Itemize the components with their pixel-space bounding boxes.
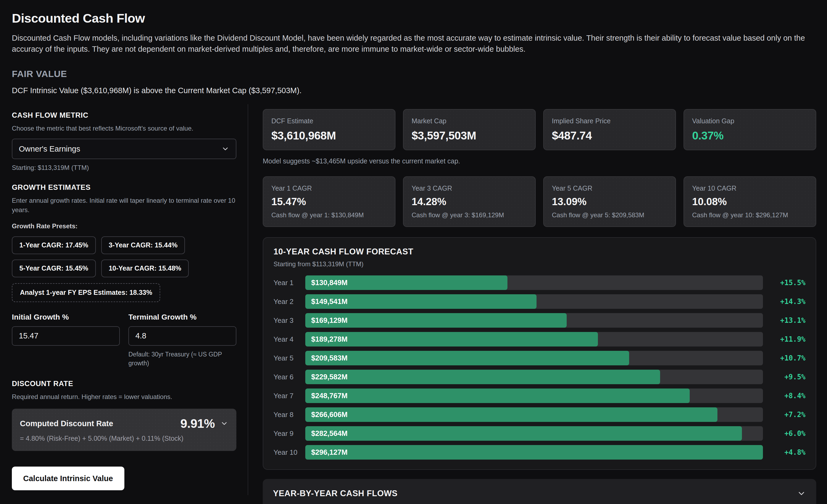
summary-stat-card: Valuation Gap0.37% (683, 109, 816, 150)
stat-card-label: DCF Estimate (271, 117, 387, 125)
bar-fill: $296,127M (305, 445, 763, 460)
bar-row: Year 7$248,767M+8.4% (274, 389, 806, 403)
calculate-intrinsic-value-button[interactable]: Calculate Intrinsic Value (12, 466, 125, 490)
upside-note: Model suggests ~$13,465M upside versus t… (263, 157, 816, 165)
bar-value-label: $169,129M (305, 316, 347, 325)
bar-track: $248,767M (305, 389, 763, 403)
cagr-card-value: 13.09% (552, 196, 667, 208)
summary-cards-row: DCF Estimate$3,610,968MMarket Cap$3,597,… (263, 109, 816, 150)
fair-value-heading: FAIR VALUE (12, 69, 816, 79)
bar-growth-label: +7.2% (763, 411, 806, 419)
page-header: Discounted Cash Flow Discounted Cash Flo… (12, 11, 816, 95)
bar-category-label: Year 2 (274, 298, 305, 306)
terminal-growth-group: Terminal Growth % Default: 30yr Treasury… (129, 313, 236, 368)
cash-flow-metric-description: Choose the metric that best reflects Mic… (12, 124, 236, 133)
bar-value-label: $229,582M (305, 373, 347, 381)
analyst-eps-preset-button[interactable]: Analyst 1-year FY EPS Estimates: 18.33% (12, 283, 160, 302)
bar-track: $169,129M (305, 313, 763, 327)
computed-discount-rate-card[interactable]: Computed Discount Rate 9.91% = 4.80% (Ri… (12, 409, 236, 451)
bar-category-label: Year 1 (274, 279, 305, 287)
bar-value-label: $266,606M (305, 411, 347, 419)
forecast-subtitle: Starting from $113,319M (TTM) (274, 260, 806, 268)
bar-category-label: Year 4 (274, 335, 305, 344)
cagr-card-value: 15.47% (271, 196, 387, 208)
growth-preset-button[interactable]: 10-Year CAGR: 15.48% (101, 259, 189, 277)
bar-growth-label: +8.4% (763, 392, 806, 400)
stat-card-value: $487.74 (552, 129, 667, 142)
cagr-card-detail: Cash flow @ year 5: $209,583M (552, 211, 667, 219)
growth-preset-button[interactable]: 5-Year CAGR: 15.45% (12, 259, 96, 277)
model-inputs-sidebar: CASH FLOW METRIC Choose the metric that … (12, 104, 248, 495)
cagr-card-label: Year 5 CAGR (552, 185, 667, 192)
year-by-year-heading: YEAR-BY-YEAR CASH FLOWS (273, 489, 398, 498)
bar-value-label: $209,583M (305, 354, 347, 362)
cash-flow-forecast-panel: 10-YEAR CASH FLOW FORECAST Starting from… (263, 237, 816, 470)
discount-rate-formula: = 4.80% (Risk-Free) + 5.00% (Market) + 0… (20, 435, 228, 442)
bar-value-label: $149,541M (305, 298, 347, 306)
bar-row: Year 6$229,582M+9.5% (274, 370, 806, 384)
bar-category-label: Year 3 (274, 316, 305, 325)
summary-stat-card: DCF Estimate$3,610,968M (263, 109, 395, 150)
bar-row: Year 9$282,564M+6.0% (274, 426, 806, 441)
year-by-year-toggle[interactable]: YEAR-BY-YEAR CASH FLOWS (263, 479, 816, 504)
cash-flow-metric-selected-value: Owner's Earnings (19, 145, 80, 153)
fair-value-summary: DCF Intrinsic Value ($3,610,968M) is abo… (12, 86, 816, 95)
cagr-card-label: Year 10 CAGR (692, 185, 808, 192)
bar-fill: $266,606M (305, 407, 718, 422)
summary-stat-card: Market Cap$3,597,503M (403, 109, 536, 150)
bar-category-label: Year 5 (274, 354, 305, 362)
cagr-stat-card: Year 3 CAGR14.28%Cash flow @ year 3: $16… (403, 177, 536, 227)
bar-growth-label: +13.1% (763, 316, 806, 324)
bar-row: Year 8$266,606M+7.2% (274, 407, 806, 422)
growth-estimates-description: Enter annual growth rates. Initial rate … (12, 196, 236, 215)
bar-value-label: $130,849M (305, 279, 347, 287)
cagr-cards-row: Year 1 CAGR15.47%Cash flow @ year 1: $13… (263, 177, 816, 227)
bar-value-label: $296,127M (305, 448, 347, 457)
stat-card-value: 0.37% (692, 129, 808, 142)
cagr-card-detail: Cash flow @ year 1: $130,849M (271, 211, 387, 219)
bar-fill: $149,541M (305, 294, 537, 309)
bar-fill: $248,767M (305, 389, 690, 403)
page-description: Discounted Cash Flow models, including v… (12, 33, 814, 55)
page-title: Discounted Cash Flow (12, 11, 816, 26)
initial-growth-group: Initial Growth % (12, 313, 120, 368)
chevron-down-icon (220, 419, 228, 427)
initial-growth-input[interactable] (12, 326, 120, 346)
main-content: CASH FLOW METRIC Choose the metric that … (12, 104, 816, 495)
bar-growth-label: +10.7% (763, 354, 806, 362)
bar-row: Year 10$296,127M+4.8% (274, 445, 806, 460)
bar-row: Year 3$169,129M+13.1% (274, 313, 806, 327)
computed-discount-rate-row: Computed Discount Rate 9.91% (20, 416, 228, 431)
bar-growth-label: +15.5% (763, 279, 806, 287)
bar-track: $229,582M (305, 370, 763, 384)
forecast-bar-chart: Year 1$130,849M+15.5%Year 2$149,541M+14.… (274, 275, 806, 460)
cash-flow-metric-select[interactable]: Owner's Earnings (12, 139, 236, 159)
bar-value-label: $248,767M (305, 392, 347, 400)
bar-category-label: Year 9 (274, 430, 305, 438)
cagr-card-value: 10.08% (692, 196, 808, 208)
bar-category-label: Year 6 (274, 373, 305, 381)
bar-fill: $209,583M (305, 351, 629, 365)
bar-track: $266,606M (305, 407, 763, 422)
discount-rate-description: Required annual return. Higher rates = l… (12, 392, 236, 402)
cagr-card-detail: Cash flow @ year 10: $296,127M (692, 211, 808, 219)
terminal-growth-input[interactable] (129, 326, 236, 346)
discount-rate-heading: DISCOUNT RATE (12, 380, 236, 388)
bar-growth-label: +4.8% (763, 448, 806, 456)
stat-card-label: Market Cap (411, 117, 527, 125)
terminal-growth-label: Terminal Growth % (129, 313, 236, 321)
bar-category-label: Year 8 (274, 411, 305, 419)
bar-row: Year 1$130,849M+15.5% (274, 275, 806, 290)
cagr-stat-card: Year 10 CAGR10.08%Cash flow @ year 10: $… (683, 177, 816, 227)
initial-growth-label: Initial Growth % (12, 313, 120, 321)
forecast-title: 10-YEAR CASH FLOW FORECAST (274, 247, 806, 257)
bar-fill: $169,129M (305, 313, 567, 327)
bar-fill: $189,278M (305, 332, 598, 347)
dcf-page: Discounted Cash Flow Discounted Cash Flo… (0, 0, 827, 504)
growth-preset-button[interactable]: 1-Year CAGR: 17.45% (12, 236, 96, 254)
cagr-stat-card: Year 5 CAGR13.09%Cash flow @ year 5: $20… (543, 177, 676, 227)
chevron-down-icon (797, 489, 806, 498)
results-panel: DCF Estimate$3,610,968MMarket Cap$3,597,… (248, 104, 816, 495)
growth-preset-button[interactable]: 3-Year CAGR: 15.44% (101, 236, 185, 254)
cagr-card-label: Year 3 CAGR (411, 185, 527, 192)
